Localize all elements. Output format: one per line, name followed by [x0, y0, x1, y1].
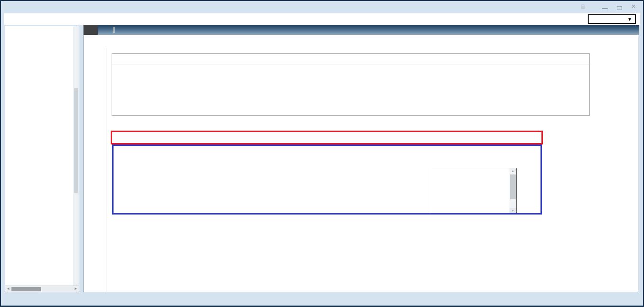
- content-panel: ▲ ▼: [83, 25, 638, 292]
- tab-divider: [114, 27, 114, 33]
- lock-icon: [579, 3, 587, 10]
- scroll-down-arrow-icon[interactable]: ▼: [509, 208, 516, 214]
- project-tree: [5, 26, 73, 286]
- scrollbar-thumb[interactable]: [11, 287, 41, 291]
- tree-horizontal-scrollbar[interactable]: ◄ ►: [5, 286, 79, 292]
- menu-dropdown[interactable]: ▼: [588, 14, 636, 24]
- tab-bar: [83, 25, 639, 35]
- dropdown-scrollbar[interactable]: ▲ ▼: [509, 168, 516, 214]
- scroll-up-arrow-icon[interactable]: ▲: [509, 168, 516, 174]
- close-button[interactable]: ✕: [630, 3, 637, 10]
- chevron-down-icon: ▼: [627, 17, 635, 22]
- scroll-left-arrow-icon[interactable]: ◄: [6, 287, 10, 291]
- scrollbar-thumb[interactable]: [74, 88, 78, 193]
- table-action-buttons: [593, 53, 631, 116]
- tab-web-services-settings[interactable]: [98, 25, 112, 35]
- vertical-toolbar: [84, 48, 106, 292]
- scrollbar-thumb[interactable]: [510, 174, 516, 199]
- tab-project-settings[interactable]: [83, 25, 98, 35]
- scroll-right-arrow-icon[interactable]: ►: [74, 287, 78, 291]
- red-annotation-box: [111, 131, 543, 144]
- project-tree-panel: ◄ ►: [5, 26, 79, 292]
- tree-vertical-scrollbar[interactable]: [73, 26, 79, 286]
- distribution-participants-content: [112, 53, 635, 116]
- sections-area: [112, 53, 635, 124]
- maximize-button[interactable]: [615, 3, 623, 10]
- active-project-bar: ▼: [4, 13, 640, 25]
- table-header-row: [112, 54, 589, 64]
- extensions-dropdown-list: ▲ ▼: [431, 168, 517, 214]
- system-management-console-window: ✕ ▼ ◄ ►: [0, 0, 644, 307]
- minimize-button[interactable]: [601, 3, 609, 10]
- participants-table: [112, 53, 590, 116]
- titlebar: ✕: [0, 0, 644, 13]
